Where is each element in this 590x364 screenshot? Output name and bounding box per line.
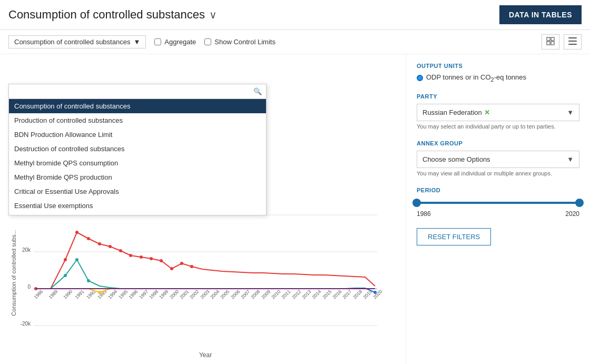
search-icon: 🔍	[249, 85, 266, 97]
party-section: PARTY Russian Federation ✕ ▼ You may sel…	[417, 93, 579, 130]
show-control-limits-label[interactable]: Show Control Limits	[214, 38, 276, 46]
svg-text:1990: 1990	[62, 289, 73, 300]
svg-point-68	[373, 291, 377, 294]
party-chevron-down-icon: ▼	[567, 109, 574, 116]
party-hint: You may select an individual party or up…	[417, 123, 579, 130]
svg-text:2013: 2013	[301, 289, 312, 300]
dropdown-item-4[interactable]: Methyl bromide QPS consumption	[9, 156, 266, 170]
svg-text:2000: 2000	[169, 289, 180, 300]
show-control-limits-group: Show Control Limits	[204, 38, 276, 46]
svg-rect-3	[551, 42, 554, 45]
party-select[interactable]: Russian Federation ✕ ▼	[417, 104, 579, 121]
svg-text:2017: 2017	[341, 289, 352, 300]
svg-point-56	[119, 249, 122, 252]
svg-point-54	[98, 242, 101, 245]
svg-rect-5	[568, 41, 577, 42]
dropdown-search-input[interactable]	[9, 84, 249, 99]
output-units-radio[interactable]	[417, 75, 423, 81]
svg-text:1995: 1995	[117, 289, 129, 300]
svg-point-61	[170, 267, 173, 270]
aggregate-checkbox[interactable]	[154, 38, 161, 45]
svg-point-52	[75, 231, 78, 234]
svg-text:20k: 20k	[22, 247, 31, 253]
dropdown-search-row: 🔍	[9, 84, 266, 99]
dropdown-item-0[interactable]: Consumption of controlled substances	[9, 99, 266, 113]
dropdown-list: Consumption of controlled substancesProd…	[9, 99, 266, 215]
svg-text:1994: 1994	[107, 289, 118, 300]
svg-point-64	[64, 274, 67, 277]
svg-rect-4	[568, 37, 577, 38]
toolbar-icons	[542, 34, 582, 50]
svg-rect-2	[547, 42, 550, 45]
svg-point-60	[160, 259, 163, 262]
svg-text:1998: 1998	[148, 289, 159, 300]
svg-point-62	[180, 262, 183, 265]
dropdown-item-7[interactable]: Essential Use exemptions	[9, 199, 266, 213]
menu-icon-button[interactable]	[564, 34, 582, 50]
chart-area: 🔍 Consumption of controlled substancesPr…	[0, 54, 406, 364]
svg-text:2004: 2004	[209, 289, 220, 300]
svg-point-57	[129, 254, 132, 257]
svg-text:0: 0	[27, 284, 31, 290]
data-in-tables-button[interactable]: DATA IN TABLES	[499, 5, 582, 24]
svg-text:2006: 2006	[230, 289, 241, 300]
period-slider[interactable]	[417, 198, 579, 208]
svg-text:1986: 1986	[33, 289, 44, 300]
svg-text:1996: 1996	[127, 289, 139, 300]
annex-group-value: Choose some Options	[422, 155, 490, 163]
slider-thumb-right[interactable]	[575, 199, 584, 207]
svg-point-67	[98, 291, 101, 294]
svg-text:1991: 1991	[74, 289, 85, 300]
svg-text:2014: 2014	[311, 289, 322, 300]
svg-text:2005: 2005	[219, 289, 230, 300]
svg-text:-20k: -20k	[21, 321, 31, 327]
reset-filters-button[interactable]: RESET FILTERS	[417, 228, 491, 245]
view-selector-chevron: ▼	[133, 38, 140, 46]
svg-point-51	[64, 258, 67, 261]
page-title-container: Consumption of controlled substances ∨	[8, 8, 217, 22]
dropdown-item-8[interactable]: Critical use exemptions	[9, 213, 266, 215]
svg-text:2007: 2007	[240, 289, 251, 300]
party-name: Russian Federation	[422, 109, 482, 116]
page-title: Consumption of controlled substances	[8, 8, 205, 22]
view-dropdown-overlay: 🔍 Consumption of controlled substancesPr…	[8, 84, 267, 215]
dropdown-item-5[interactable]: Methyl Bromide QPS production	[9, 170, 266, 184]
slider-fill	[417, 202, 579, 204]
svg-text:1989: 1989	[47, 289, 58, 300]
svg-point-66	[87, 279, 90, 282]
right-panel: OUTPUT UNITS ODP tonnes or in CO2-eq ton…	[406, 54, 590, 364]
party-select-value: Russian Federation ✕	[422, 109, 490, 116]
view-selector-dropdown[interactable]: Consumption of controlled substances ▼	[8, 35, 146, 48]
svg-text:2001: 2001	[179, 289, 190, 300]
party-remove-button[interactable]: ✕	[484, 109, 490, 116]
svg-text:1997: 1997	[138, 289, 149, 300]
svg-point-58	[140, 255, 143, 259]
title-chevron[interactable]: ∨	[209, 8, 217, 21]
svg-text:2003: 2003	[199, 289, 210, 300]
slider-thumb-left[interactable]	[412, 199, 421, 207]
svg-text:2018: 2018	[352, 289, 363, 300]
svg-text:2009: 2009	[260, 289, 271, 300]
svg-text:2011: 2011	[280, 289, 291, 300]
annex-group-label: ANNEX GROUP	[417, 140, 579, 146]
page-header: Consumption of controlled substances ∨ D…	[0, 0, 590, 30]
table-icon-button[interactable]	[542, 34, 559, 50]
dropdown-item-1[interactable]: Production of controlled substances	[9, 113, 266, 127]
svg-point-63	[190, 265, 193, 268]
svg-text:2012: 2012	[291, 289, 302, 300]
annex-group-select[interactable]: Choose some Options ▼	[417, 151, 579, 168]
output-units-value: ODP tonnes or in CO2-eq tonnes	[426, 73, 526, 83]
toolbar: Consumption of controlled substances ▼ A…	[0, 30, 590, 54]
svg-rect-0	[547, 37, 550, 41]
dropdown-item-3[interactable]: Destruction of controlled substances	[9, 142, 266, 156]
dropdown-item-2[interactable]: BDN Production Allowance Limit	[9, 127, 266, 142]
dropdown-item-6[interactable]: Critical or Essential Use Approvals	[9, 184, 266, 199]
output-units-section: OUTPUT UNITS ODP tonnes or in CO2-eq ton…	[417, 63, 579, 83]
svg-text:2016: 2016	[331, 289, 342, 300]
party-tag: Russian Federation ✕	[422, 109, 490, 116]
aggregate-label[interactable]: Aggregate	[164, 38, 196, 46]
period-start: 1986	[417, 210, 431, 218]
annex-group-hint: You may view all individual or multiple …	[417, 170, 579, 176]
show-control-limits-checkbox[interactable]	[204, 38, 211, 45]
svg-rect-1	[551, 37, 554, 41]
